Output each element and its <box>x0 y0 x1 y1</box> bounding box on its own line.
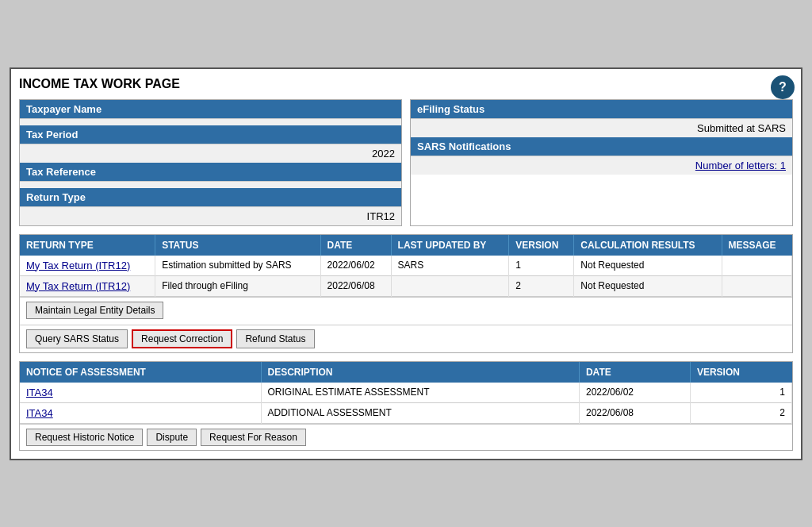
return-type-value: ITR12 <box>20 206 401 225</box>
maintain-legal-entity-btn[interactable]: Maintain Legal Entity Details <box>26 302 163 319</box>
col-notice-assessment: NOTICE OF ASSESSMENT <box>20 362 261 383</box>
notice-link[interactable]: ITA34 <box>26 387 53 398</box>
returns-table-row: My Tax Return (ITR12) Filed through eFil… <box>20 275 792 296</box>
returns-table: RETURN TYPE STATUS DATE LAST UPDATED BY … <box>20 235 792 297</box>
returns-type-link[interactable]: My Tax Return (ITR12) <box>26 280 130 292</box>
number-of-letters-link[interactable]: Number of letters: 1 <box>695 160 786 171</box>
request-historic-notice-btn[interactable]: Request Historic Notice <box>26 429 143 446</box>
notice-row-date: 2022/06/08 <box>579 402 690 423</box>
returns-row-calc: Not Requested <box>574 256 722 276</box>
page-title: INCOME TAX WORK PAGE <box>19 77 793 91</box>
dispute-btn[interactable]: Dispute <box>147 429 197 446</box>
taxpayer-name-row: Taxpayer Name <box>20 100 401 125</box>
returns-row-date: 2022/06/02 <box>320 256 391 276</box>
request-correction-btn[interactable]: Request Correction <box>132 329 232 348</box>
taxpayer-name-label: Taxpayer Name <box>20 100 401 118</box>
return-type-label: Return Type <box>20 188 401 206</box>
efiling-status-value: Submitted at SARS <box>411 118 792 137</box>
returns-row-updated-by: SARS <box>391 256 509 276</box>
notice-buttons-row: Request Historic Notice Dispute Request … <box>20 424 792 450</box>
col-return-type: RETURN TYPE <box>20 235 155 256</box>
col-description: DESCRIPTION <box>261 362 579 383</box>
main-container: INCOME TAX WORK PAGE ? Taxpayer Name Tax… <box>10 67 802 460</box>
col-message: MESSAGE <box>722 235 791 256</box>
col-notice-date: DATE <box>579 362 690 383</box>
top-section: Taxpayer Name Tax Period 2022 Tax Refere… <box>19 99 793 226</box>
notice-row-description: ORIGINAL ESTIMATE ASSESSMENT <box>261 383 579 403</box>
query-sars-status-btn[interactable]: Query SARS Status <box>26 329 128 348</box>
returns-row-message <box>722 275 791 296</box>
returns-section: RETURN TYPE STATUS DATE LAST UPDATED BY … <box>19 234 793 353</box>
tax-reference-row: Tax Reference <box>20 163 401 188</box>
col-notice-version: VERSION <box>690 362 791 383</box>
request-for-reason-btn[interactable]: Request For Reason <box>201 429 306 446</box>
returns-row-version: 2 <box>509 275 574 296</box>
returns-type-link[interactable]: My Tax Return (ITR12) <box>26 260 130 271</box>
efiling-status-row: eFiling Status Submitted at SARS <box>411 100 792 137</box>
returns-row-updated-by <box>391 275 509 296</box>
help-icon[interactable]: ? <box>771 75 795 99</box>
notice-link[interactable]: ITA34 <box>26 407 53 419</box>
notice-table-row: ITA34 ADDITIONAL ASSESSMENT 2022/06/08 2 <box>20 402 792 423</box>
efiling-info-panel: eFiling Status Submitted at SARS SARS No… <box>410 99 793 226</box>
notice-row-version: 1 <box>690 383 791 403</box>
notice-row-link: ITA34 <box>20 402 261 423</box>
notice-table-wrapper: NOTICE OF ASSESSMENT DESCRIPTION DATE VE… <box>20 362 792 424</box>
notice-row-description: ADDITIONAL ASSESSMENT <box>261 402 579 423</box>
returns-row-status: Filed through eFiling <box>155 275 320 296</box>
returns-row-date: 2022/06/08 <box>320 275 391 296</box>
returns-buttons-row2: Query SARS Status Request Correction Ref… <box>20 325 792 352</box>
col-status: STATUS <box>155 235 320 256</box>
notice-table-row: ITA34 ORIGINAL ESTIMATE ASSESSMENT 2022/… <box>20 383 792 403</box>
returns-row-calc: Not Requested <box>574 275 722 296</box>
taxpayer-info-panel: Taxpayer Name Tax Period 2022 Tax Refere… <box>19 99 402 226</box>
refund-status-btn[interactable]: Refund Status <box>236 329 314 348</box>
returns-row-type: My Tax Return (ITR12) <box>20 275 155 296</box>
notice-table-header: NOTICE OF ASSESSMENT DESCRIPTION DATE VE… <box>20 362 792 383</box>
tax-period-value: 2022 <box>20 144 401 163</box>
col-calc-results: CALCULATION RESULTS <box>574 235 722 256</box>
returns-row-message <box>722 256 791 276</box>
tax-period-row: Tax Period 2022 <box>20 125 401 163</box>
tax-reference-value <box>20 181 401 188</box>
col-date: DATE <box>320 235 391 256</box>
col-version: VERSION <box>509 235 574 256</box>
tax-period-label: Tax Period <box>20 125 401 144</box>
sars-notifications-row: SARS Notifications Number of letters: 1 <box>411 137 792 175</box>
notice-table-body: ITA34 ORIGINAL ESTIMATE ASSESSMENT 2022/… <box>20 383 792 424</box>
sars-notifications-label: SARS Notifications <box>411 137 792 156</box>
returns-row-type: My Tax Return (ITR12) <box>20 256 155 276</box>
notice-row-link: ITA34 <box>20 383 261 403</box>
returns-row-version: 1 <box>509 256 574 276</box>
notice-row-date: 2022/06/02 <box>579 383 690 403</box>
taxpayer-name-value <box>20 118 401 125</box>
notice-table: NOTICE OF ASSESSMENT DESCRIPTION DATE VE… <box>20 362 792 424</box>
returns-row-status: Estimation submitted by SARS <box>155 256 320 276</box>
sars-notifications-value: Number of letters: 1 <box>411 156 792 175</box>
col-last-updated: LAST UPDATED BY <box>391 235 509 256</box>
returns-table-wrapper: RETURN TYPE STATUS DATE LAST UPDATED BY … <box>20 235 792 297</box>
efiling-status-label: eFiling Status <box>411 100 792 118</box>
returns-table-row: My Tax Return (ITR12) Estimation submitt… <box>20 256 792 276</box>
notice-section: NOTICE OF ASSESSMENT DESCRIPTION DATE VE… <box>19 361 793 451</box>
notice-row-version: 2 <box>690 402 791 423</box>
tax-reference-label: Tax Reference <box>20 163 401 181</box>
return-type-row: Return Type ITR12 <box>20 188 401 225</box>
returns-table-body: My Tax Return (ITR12) Estimation submitt… <box>20 256 792 297</box>
returns-buttons-row1: Maintain Legal Entity Details <box>20 297 792 323</box>
returns-table-header: RETURN TYPE STATUS DATE LAST UPDATED BY … <box>20 235 792 256</box>
